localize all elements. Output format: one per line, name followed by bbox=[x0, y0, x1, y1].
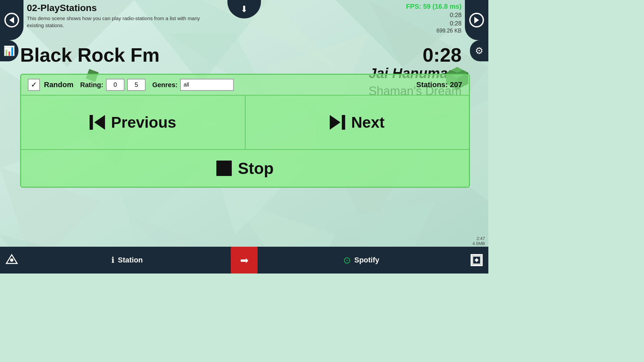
mem-time: 2:47 bbox=[472, 236, 485, 241]
nav-right-icon bbox=[469, 13, 484, 27]
bottom-memory-info: 2:47 4.5MB bbox=[472, 236, 485, 246]
info-icon: ℹ bbox=[111, 255, 114, 265]
download-icon: ⬇ bbox=[240, 4, 248, 14]
gear-icon: ⚙ bbox=[475, 45, 483, 56]
arrow-right-icon bbox=[474, 17, 479, 23]
spotify-nav-label: Spotify bbox=[354, 256, 379, 264]
svg-point-29 bbox=[10, 258, 13, 262]
stop-icon bbox=[216, 161, 232, 176]
bottom-navigation-bar: ℹ Station ➡ ⊙ Spotify bbox=[0, 247, 488, 274]
prev-arrow-icon bbox=[94, 115, 105, 130]
time-display: 0:28 bbox=[423, 44, 462, 66]
perf-memory: 699.26 KB bbox=[406, 28, 462, 34]
redirect-icon: ➡ bbox=[240, 254, 249, 266]
stop-button[interactable]: Stop bbox=[21, 150, 469, 187]
prev-next-row: Previous Next bbox=[21, 96, 469, 150]
rating-min-input[interactable] bbox=[106, 79, 124, 91]
nav-left-icon bbox=[4, 13, 19, 27]
performance-info: FPS: 59 (16.8 ms) 0:28 0:28 699.26 KB bbox=[406, 3, 462, 34]
fps-display: FPS: 59 (16.8 ms) bbox=[406, 3, 462, 10]
next-label: Next bbox=[351, 113, 385, 131]
stations-count: Stations: 207 bbox=[416, 80, 462, 89]
previous-label: Previous bbox=[111, 113, 176, 131]
prev-bar-icon bbox=[90, 115, 93, 130]
prev-icon-bar bbox=[90, 115, 105, 130]
perf-time2: 0:28 bbox=[406, 20, 462, 27]
scene-title: 02-PlayStations bbox=[27, 3, 201, 13]
right-sidebar-panel[interactable]: ⚙ bbox=[470, 40, 488, 61]
mem-size: 4.5MB bbox=[472, 241, 485, 246]
unity-icon bbox=[5, 253, 18, 267]
rating-max-input[interactable] bbox=[127, 79, 146, 91]
previous-button[interactable]: Previous bbox=[21, 96, 246, 149]
station-nav-label: Station bbox=[118, 256, 143, 264]
genres-group: Genres: bbox=[152, 79, 234, 91]
random-checkbox-group: ✓ Random bbox=[28, 79, 73, 91]
next-bar-icon bbox=[342, 115, 345, 130]
top-info-panel: 02-PlayStations This demo scene shows ho… bbox=[27, 3, 201, 29]
scene-description: This demo scene shows how you can play r… bbox=[27, 15, 201, 29]
controls-options-row: ✓ Random Rating: Genres: Stations: 207 bbox=[21, 75, 469, 96]
left-sidebar-panel[interactable]: 📊 bbox=[0, 40, 18, 61]
rating-label: Rating: bbox=[80, 81, 103, 89]
cutout-icon bbox=[471, 254, 483, 266]
stop-label: Stop bbox=[238, 159, 274, 178]
nav-left-button[interactable] bbox=[0, 0, 23, 40]
station-nav-button[interactable]: ℹ Station bbox=[25, 247, 229, 274]
svg-marker-31 bbox=[475, 258, 479, 262]
chart-icon: 📊 bbox=[3, 45, 15, 56]
random-checkbox[interactable]: ✓ bbox=[28, 79, 40, 91]
genres-input[interactable] bbox=[180, 79, 234, 91]
unity-button[interactable] bbox=[0, 247, 23, 274]
arrow-left-icon bbox=[9, 17, 14, 23]
perf-time1: 0:28 bbox=[406, 12, 462, 19]
genres-label: Genres: bbox=[152, 81, 178, 89]
nav-right-button[interactable] bbox=[465, 0, 488, 40]
station-name: Black Rock Fm bbox=[20, 44, 468, 66]
redirect-button[interactable]: ➡ bbox=[231, 247, 258, 274]
spotify-icon: ⊙ bbox=[343, 255, 351, 266]
random-label: Random bbox=[44, 80, 73, 89]
spotify-nav-button[interactable]: ⊙ Spotify bbox=[259, 247, 463, 274]
next-button[interactable]: Next bbox=[246, 96, 469, 149]
cutout-button[interactable] bbox=[465, 247, 488, 274]
rating-group: Rating: bbox=[80, 79, 146, 91]
controls-panel: ✓ Random Rating: Genres: Stations: 207 P… bbox=[20, 74, 470, 188]
next-icon-group bbox=[330, 115, 345, 130]
next-arrow-icon bbox=[330, 115, 340, 130]
